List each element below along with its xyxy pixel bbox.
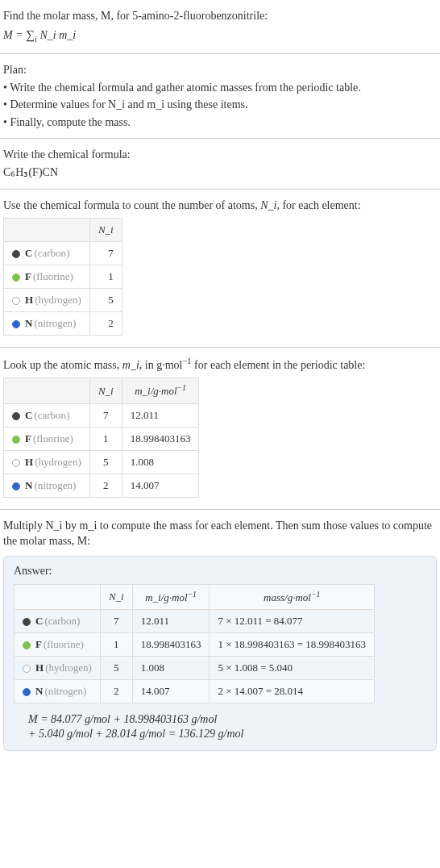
ni-header: N_i <box>89 378 122 403</box>
chemical-formula: C₆H₃(F)CN <box>3 165 437 181</box>
count-title: Use the chemical formula to count the nu… <box>3 198 437 214</box>
element-dot-icon <box>23 688 31 696</box>
elem-name: (hydrogen) <box>45 661 92 674</box>
elem-sym: F <box>25 270 31 282</box>
table-row: C(carbon) 7 12.011 <box>4 403 199 427</box>
ni-cell: 1 <box>100 633 132 657</box>
table-header-row: N_i m_i/g·mol−1 <box>4 378 199 403</box>
table-header-row: N_i <box>4 219 122 242</box>
elem-sym: C <box>25 409 32 421</box>
elem-name: (carbon) <box>44 615 80 627</box>
mass-title-b: , in g·mol <box>139 359 183 371</box>
element-cell: C(carbon) <box>4 242 90 265</box>
formula-section: Write the chemical formula: C₆H₃(F)CN <box>0 139 440 189</box>
elem-name: (hydrogen) <box>35 294 81 306</box>
table-row: C(carbon) 7 12.011 7 × 12.011 = 84.077 <box>15 610 375 633</box>
element-cell: C(carbon) <box>4 403 90 427</box>
ni-cell: 2 <box>89 474 122 497</box>
table-row: N(nitrogen) 2 <box>4 312 122 336</box>
eq-lhs: M = <box>3 29 26 41</box>
mass-sup: −1 <box>311 590 320 599</box>
table-row: C(carbon) 7 <box>4 242 122 265</box>
table-row: H(hydrogen) 5 1.008 5 × 1.008 = 5.040 <box>15 657 375 680</box>
sigma-icon: ∑ <box>26 27 35 41</box>
ni-cell: 2 <box>89 312 122 336</box>
ni-cell: 7 <box>89 242 122 265</box>
mass-title: Look up the atomic mass, m_i, in g·mol−1… <box>3 356 437 373</box>
count-table: N_i C(carbon) 7 F(fluorine) 1 H(hydrogen… <box>3 218 122 336</box>
elem-sym: F <box>35 638 42 650</box>
element-dot-icon <box>12 320 20 328</box>
plan-section: Plan: • Write the chemical formula and g… <box>0 54 440 139</box>
elem-name: (carbon) <box>34 247 69 259</box>
answer-label: Answer: <box>14 565 426 578</box>
mi-sup: −1 <box>177 383 186 392</box>
formula-title: Write the chemical formula: <box>3 147 437 163</box>
element-dot-icon <box>23 618 31 626</box>
elem-sym: N <box>35 685 43 697</box>
table-row: H(hydrogen) 5 <box>4 289 122 312</box>
element-cell: F(fluorine) <box>15 633 101 657</box>
element-dot-icon <box>23 665 31 673</box>
blank-header <box>4 219 90 242</box>
elem-sym: H <box>35 661 44 674</box>
element-dot-icon <box>12 273 20 282</box>
mi-b: /g·mol <box>151 386 177 398</box>
elem-sym: H <box>25 294 33 306</box>
count-ni: N_i <box>260 199 276 211</box>
ni-cell: 2 <box>100 680 132 703</box>
element-cell: F(fluorine) <box>4 265 90 289</box>
elem-sym: F <box>25 432 31 444</box>
mass-sup: −1 <box>182 357 191 365</box>
mi-cell: 1.008 <box>132 657 210 680</box>
ni-cell: 1 <box>89 427 122 450</box>
mi-sup: −1 <box>188 590 197 599</box>
mi-cell: 12.011 <box>132 610 210 633</box>
element-cell: H(hydrogen) <box>4 450 90 474</box>
ni-cell: 5 <box>89 450 122 474</box>
blank-header <box>4 378 90 403</box>
mass-cell: 1 × 18.998403163 = 18.998403163 <box>210 633 375 657</box>
ni-cell: 7 <box>89 403 122 427</box>
mi-cell: 14.007 <box>132 680 210 703</box>
table-row: N(nitrogen) 2 14.007 2 × 14.007 = 28.014 <box>15 680 375 703</box>
element-cell: H(hydrogen) <box>4 289 90 312</box>
multiply-text: Multiply N_i by m_i to compute the mass … <box>3 518 437 549</box>
element-cell: C(carbon) <box>15 610 101 633</box>
plan-bullet-1: • Write the chemical formula and gather … <box>3 80 437 96</box>
mass-cell: 2 × 14.007 = 28.014 <box>210 680 375 703</box>
table-row: F(fluorine) 1 18.998403163 1 × 18.998403… <box>15 633 375 657</box>
mass-cell: 7 × 12.011 = 84.077 <box>210 610 375 633</box>
plan-bullet-3: • Finally, compute the mass. <box>3 115 437 131</box>
ni-cell: 5 <box>100 657 132 680</box>
mass-table: N_i m_i/g·mol−1 C(carbon) 7 12.011 F(flu… <box>3 378 199 497</box>
elem-name: (nitrogen) <box>44 685 86 697</box>
element-dot-icon <box>12 297 20 305</box>
element-dot-icon <box>12 482 20 490</box>
element-cell: N(nitrogen) <box>4 312 90 336</box>
elem-name: (nitrogen) <box>34 479 76 491</box>
mass-title-a: Look up the atomic mass, <box>3 359 122 371</box>
mi-cell: 14.007 <box>122 474 199 497</box>
mass-title-c: for each element in the periodic table: <box>192 359 366 371</box>
elem-name: (fluorine) <box>33 270 73 282</box>
elem-sym: H <box>25 456 33 468</box>
element-dot-icon <box>23 641 31 649</box>
mass-a: mass/g·mol <box>264 591 311 603</box>
element-dot-icon <box>12 250 20 258</box>
final-eq-line-2: + 5.040 g/mol + 28.014 g/mol = 136.129 g… <box>28 728 426 741</box>
elem-name: (nitrogen) <box>34 317 76 329</box>
mi-cell: 18.998403163 <box>122 427 199 450</box>
element-cell: H(hydrogen) <box>15 657 101 680</box>
elem-name: (carbon) <box>34 409 69 421</box>
answer-box: Answer: N_i m_i/g·mol−1 mass/g·mol−1 C(c… <box>3 556 437 751</box>
mass-cell: 5 × 1.008 = 5.040 <box>210 657 375 680</box>
table-header-row: N_i m_i/g·mol−1 mass/g·mol−1 <box>15 585 375 610</box>
intro-prompt: Find the molar mass, M, for 5-amino-2-fl… <box>3 8 437 24</box>
elem-sym: C <box>35 615 43 627</box>
mi-cell: 1.008 <box>122 450 199 474</box>
eq-rhs: N_i m_i <box>37 29 76 41</box>
element-dot-icon <box>12 436 20 444</box>
ni-header: N_i <box>100 585 132 610</box>
blank-header <box>15 585 101 610</box>
